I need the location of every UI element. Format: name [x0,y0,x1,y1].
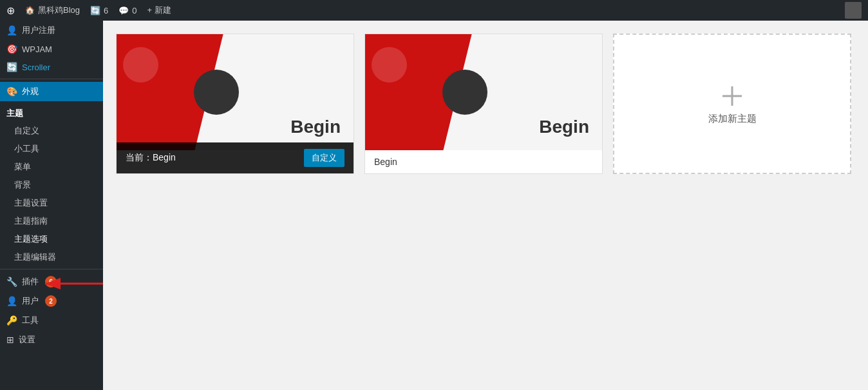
begin-inner-circle-2 [372,47,407,83]
theme-card-add-new[interactable]: 添加新主题 [613,34,851,174]
user-reg-icon: 👤 [6,25,17,35]
sidebar-sub-widgets[interactable]: 小工具 [0,140,103,158]
theme-thumbnail-begin: Begin [365,34,602,150]
main-content: Begin 当前：Begin 自定义 Begin [103,21,868,390]
add-new-icon-container: 添加新主题 [708,83,757,125]
begin-theme-text: Begin [290,117,341,137]
sidebar-sub-theme-guide[interactable]: 主题指南 [0,212,103,230]
wp-logo[interactable]: ⊕ [6,5,15,17]
arrow-svg [103,271,109,297]
themes-grid: Begin 当前：Begin 自定义 Begin [116,34,855,174]
sidebar-divider-1 [0,79,103,79]
appearance-icon: 🎨 [6,86,17,97]
plugins-icon: 🔧 [6,277,17,287]
tools-icon: 🔑 [6,315,17,326]
comments-icon: 💬 [118,6,129,15]
add-new-label: 添加新主题 [708,113,757,125]
comments-count[interactable]: 💬 0 [118,6,137,15]
sidebar-item-plugins[interactable]: 🔧 插件 6 [0,272,103,291]
user-avatar[interactable] [845,2,862,19]
layout: 👤 用户注册 🎯 WPJAM 🔄 Scroller 🎨 外观 主题 自定义 小工… [0,21,868,390]
begin-circle-2 [442,70,487,115]
sidebar-sub-customize[interactable]: 自定义 [0,122,103,140]
updates-icon: 🔄 [90,6,100,15]
sidebar-divider-2 [0,269,103,269]
wpjam-icon: 🎯 [6,44,17,54]
plugins-badge: 6 [45,276,57,288]
themes-header: 主题 [0,101,103,122]
sidebar-item-appearance[interactable]: 🎨 外观 [0,82,103,101]
sidebar-sub-theme-settings[interactable]: 主题设置 [0,194,103,212]
plus-icon [719,83,745,109]
sidebar-item-settings[interactable]: ⊞ 设置 [0,330,103,349]
sidebar-item-user-reg[interactable]: 👤 用户注册 [0,21,103,40]
site-name[interactable]: 🏠 黑科鸡Blog [25,5,80,16]
sidebar-sub-theme-options[interactable]: 主题选项 [0,230,103,248]
sidebar: 👤 用户注册 🎯 WPJAM 🔄 Scroller 🎨 外观 主题 自定义 小工… [0,21,103,390]
home-icon: 🏠 [25,6,35,15]
scroller-icon: 🔄 [6,62,17,72]
sidebar-sub-menus[interactable]: 菜单 [0,158,103,176]
theme-name-bar: Begin [365,150,602,173]
begin-inner-circle [123,47,158,83]
theme-card-begin[interactable]: Begin Begin [364,34,603,174]
theme-card-active[interactable]: Begin 当前：Begin 自定义 [116,34,354,174]
theme-thumbnail-active: Begin [117,34,354,150]
begin-theme-text-2: Begin [539,117,589,137]
sidebar-sub-theme-editor[interactable]: 主题编辑器 [0,248,103,266]
sidebar-item-users[interactable]: 👤 用户 2 [0,291,103,311]
users-badge: 2 [45,295,57,307]
updates-count[interactable]: 🔄 6 [90,6,108,15]
new-button[interactable]: + 新建 [147,5,171,16]
annotation-arrow [103,271,109,299]
sidebar-sub-background[interactable]: 背景 [0,176,103,194]
begin-circle [194,70,239,115]
sidebar-item-tools[interactable]: 🔑 工具 [0,311,103,330]
theme-overlay-active: 当前：Begin 自定义 [117,142,354,173]
current-theme-label: 当前：Begin [126,152,176,164]
wp-logo-icon: ⊕ [6,5,15,17]
settings-icon: ⊞ [6,335,14,345]
users-icon: 👤 [6,296,17,306]
sidebar-item-scroller[interactable]: 🔄 Scroller [0,58,103,76]
admin-bar: ⊕ 🏠 黑科鸡Blog 🔄 6 💬 0 + 新建 [0,0,868,21]
sidebar-item-wpjam[interactable]: 🎯 WPJAM [0,40,103,58]
customize-button[interactable]: 自定义 [304,149,344,167]
